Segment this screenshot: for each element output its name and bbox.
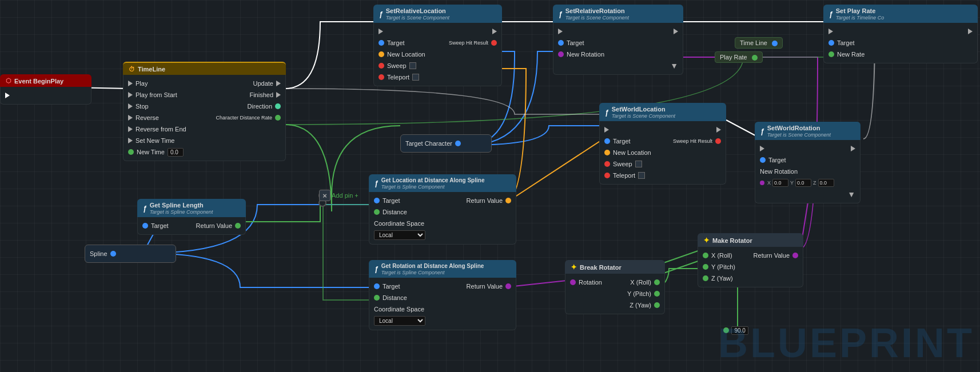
swr-target-row: Target [755,154,860,166]
timeline-reverse-row: Reverse Character Distance Rate [124,112,285,123]
swl-exec-out-icon [716,127,721,133]
timeline-play-row: Play Update [124,78,285,89]
grd-coord-label: Coordinate Space [374,306,424,313]
swr-target-dot [760,157,766,163]
swr-z-label: Z [813,180,816,186]
get-rotation-distance-node: ƒ Get Rotation at Distance Along Spline … [369,260,516,330]
spr-target-row: Target [824,37,977,49]
srl-sweep-checkbox[interactable] [409,62,416,69]
br-body: Rotation X (Roll) Y (Pitch) Z (Yaw) [565,274,665,314]
swl-teleport-dot [604,173,610,178]
target-char-body: Target Character [400,134,492,153]
grd-subtitle: Target is Spline Component [381,270,484,275]
grd-coordspace-row: Coordinate Space [369,303,516,315]
new-time-label: New Time [137,149,165,155]
swl-target-dot [604,138,610,144]
srr-target-dot [558,40,564,46]
mr-zyaw-row: Z (Yaw) [698,273,803,284]
add-pin-label[interactable]: Add pin + [332,192,358,199]
swl-sweep-checkbox[interactable] [635,161,642,167]
event-begin-play-title: Event BeginPlay [14,78,63,85]
event-icon: ⬡ [6,77,11,85]
update-label: Update [253,80,273,87]
direction-pin: Direction [248,103,281,110]
gld-subtitle: Target is Spline Component [381,184,485,190]
spline-node: Spline [85,245,176,263]
add-pin-node[interactable]: Add pin + [332,190,358,200]
spline-label-pin: Spline [90,250,116,257]
mr-header: ✦ Make Rotator [698,233,803,247]
br-zyaw-label: Z (Yaw) [630,302,651,309]
swl-sweep-dot [604,161,610,167]
swl-exec-in-icon [604,127,609,133]
srl-exec-out [492,29,497,34]
grd-header: ƒ Get Rotation at Distance Along Spline … [369,260,516,278]
srr-target-row: Target [553,37,683,49]
grd-coord-pin: Coordinate Space [374,306,424,313]
timeline-stop-row: Stop Direction [124,101,285,112]
get-spline-length-subtitle: Target is Spline Component [150,209,213,215]
char-dist-rate-label: Character Distance Rate [216,115,272,121]
make-rotator-node: ✦ Make Rotator X (Roll) Return Value Y (… [698,233,803,287]
srl-sweep-pin: Sweep [379,62,416,69]
set-world-rotation-node: ƒ SetWorldRotation Target is Scene Compo… [755,122,861,203]
event-begin-play-header: ⬡ Event BeginPlay [0,74,91,87]
reversefromend-pin: Reverse from End [128,126,186,133]
gld-distance-pin: Distance [374,209,407,215]
mr-ypitch-pin: Y (Pitch) [703,263,735,270]
play-exec-icon [128,81,133,86]
swl-newloc-row: New Location [600,147,726,158]
grd-distance-dot [374,295,380,301]
value-90-node: 90.0 [723,325,748,335]
srl-teleport-checkbox[interactable] [412,74,419,81]
spr-header: ƒ Set Play Rate Target is Timeline Co [823,5,978,23]
spr-newrate-label: New Rate [837,51,865,58]
swr-target-pin: Target [760,157,786,163]
spline-label: Spline [90,250,107,257]
swl-teleport-label: Teleport [613,172,635,179]
swl-sweephit-dot [715,138,721,144]
swr-x-input[interactable]: 0.0 [772,179,788,187]
gld-header: ƒ Get Location at Distance Along Spline … [369,174,516,192]
mr-xroll-pin: X (Roll) [703,252,732,259]
gsl-target-label: Target [151,222,169,229]
swl-func-icon: ƒ [605,109,609,117]
spr-func-icon: ƒ [829,10,833,18]
reverse-from-end-label: Reverse from End [136,126,186,133]
spr-exec-out-icon [968,29,973,34]
setnewtime-pin: Set New Time [128,137,174,144]
reverse-pin: Reverse [128,114,159,121]
swl-teleport-checkbox[interactable] [638,172,645,179]
srr-down-arrow: ▼ [670,61,678,70]
grd-target-label: Target [383,283,400,290]
swr-y-label: Y [790,180,794,186]
play-rate-conn-dot [752,55,758,61]
srl-sweephit-label: Sweep Hit Result [449,40,488,46]
grd-local-select[interactable]: Local [374,316,425,326]
gld-distance-dot [374,209,380,215]
gld-coord-pin: Coordinate Space [374,220,424,227]
srr-subtitle: Target is Scene Component [565,15,629,21]
set-new-time-icon [128,138,133,143]
gld-target-dot [374,198,380,203]
gld-coordspace-row: Coordinate Space [369,218,516,229]
char-dist-dot [275,115,281,121]
swr-y-input[interactable]: 0.0 [795,179,811,187]
func-icon: ƒ [143,205,147,213]
finished-pin: Finished [249,91,281,98]
srl-exec-row [374,26,501,37]
swr-body: Target New Rotation X 0.0 Y 0.0 Z 0.0 [755,140,861,203]
exec-arrow-icon [5,93,10,98]
swl-title: SetWorldLocation [612,106,675,113]
new-time-input[interactable]: 0.0 [168,148,184,157]
swr-z-input[interactable]: 0.0 [818,179,834,187]
swl-teleport-row: Teleport [600,170,726,181]
srl-target-dot [379,40,384,46]
mr-zyaw-dot [703,275,708,281]
mr-ypitch-row: Y (Pitch) [698,261,803,273]
timeline-connector: Time Line [735,37,783,49]
grd-local-pin: Local [374,316,425,326]
update-pin: Update [253,80,281,87]
gld-local-select[interactable]: Local [374,230,425,240]
set-new-time-label: Set New Time [136,137,174,144]
